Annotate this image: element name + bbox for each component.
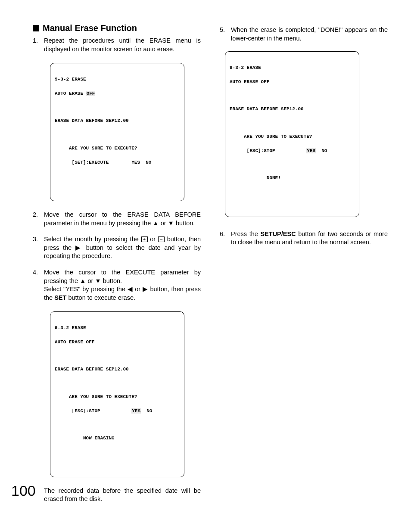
step-text: button. [174, 220, 195, 227]
left-triangle-icon: ◀ [128, 286, 133, 292]
step-number: 4. [33, 268, 38, 277]
step-2: 2. Move the cursor to the ERASE DATA BEF… [33, 211, 201, 227]
right-triangle-icon: ▶ [143, 286, 148, 292]
screen-box-2: 9-3-2 ERASE AUTO ERASE OFF ERASE DATA BE… [50, 311, 184, 477]
screen-line: ERASE DATA BEFORE SEP12.00 [55, 366, 180, 373]
screen-line: NOW ERASING [55, 435, 180, 442]
step-6: 6. Press the SETUP/ESC button for two se… [220, 230, 388, 247]
screen-line: 9-3-2 ERASE [55, 76, 180, 83]
screen-line: 9-3-2 ERASE [230, 64, 355, 72]
right-column: 5. When the erase is completed, "DONE!" … [220, 23, 388, 511]
step-number: 1. [33, 37, 38, 45]
screen-line: ARE YOU SURE TO EXECUTE? [55, 145, 180, 152]
plus-box-icon: + [141, 236, 148, 242]
screen-box-1: 9-3-2 ERASE AUTO ERASE OFF ERASE DATA BE… [50, 63, 184, 201]
screen-line: DONE! [230, 174, 355, 182]
screen-box-3: 9-3-2 ERASE AUTO ERASE OFF ERASE DATA BE… [225, 51, 359, 217]
page-number: 100 [11, 482, 36, 499]
step-text: button to execute erase. [66, 294, 135, 301]
step-text: When the erase is completed, "DONE!" app… [231, 26, 388, 42]
step-4: 4. Move the cursor to the EXECUTE parame… [33, 268, 201, 302]
right-triangle-icon: ▶ [75, 244, 83, 251]
screen-line: AUTO ERASE OFF [55, 90, 180, 97]
up-triangle-icon: ▲ [80, 277, 86, 284]
left-column: Manual Erase Function 1. Repeat the proc… [33, 23, 201, 511]
step-text: or [133, 286, 143, 292]
screen-line: ERASE DATA BEFORE SEP12.00 [230, 106, 355, 113]
minus-box-icon: − [158, 236, 165, 242]
down-triangle-icon: ▼ [95, 277, 101, 284]
up-triangle-icon: ▲ [153, 220, 159, 227]
screen-line: AUTO ERASE OFF [230, 78, 355, 86]
screen-line: [ESC]:STOP YES NO [55, 408, 180, 415]
section-title-text: Manual Erase Function [43, 23, 137, 33]
screen-line: [SET]:EXECUTE YES NO [55, 159, 180, 166]
highlight: OFF [86, 91, 96, 96]
step-text: Select the month by pressing the [44, 236, 141, 243]
step-text: Move the cursor to the EXECUTE parameter… [44, 269, 201, 284]
step-text: or [148, 236, 158, 243]
screen-line: AUTO ERASE OFF [55, 339, 180, 346]
step-text: or [86, 277, 95, 284]
screen-line: ERASE DATA BEFORE SEP12.00 [55, 117, 180, 124]
setup-esc-label: SETUP/ESC [260, 230, 296, 237]
set-label: SET [54, 294, 66, 301]
step-number: 2. [33, 211, 38, 219]
screen-line: ARE YOU SURE TO EXECUTE? [230, 133, 355, 140]
step-3: 3. Select the month by pressing the + or… [33, 235, 201, 261]
screen-line: 9-3-2 ERASE [55, 324, 180, 332]
step-text: Select "YES" by pressing the [44, 286, 128, 292]
step-1: 1. Repeat the procedures until the ERASE… [33, 37, 201, 53]
step-number: 6. [220, 230, 225, 239]
screen-line: [ESC]:STOP YES NO [230, 147, 355, 155]
step-number: 3. [33, 235, 38, 244]
square-bullet-icon [33, 25, 39, 31]
down-triangle-icon: ▼ [168, 220, 174, 227]
step-text: or [159, 220, 168, 227]
step-text: Press the [231, 230, 260, 237]
step-5: 5. When the erase is completed, "DONE!" … [220, 26, 388, 43]
screen-line: ARE YOU SURE TO EXECUTE? [55, 393, 180, 401]
step-text: Repeat the procedures until the ERASE me… [44, 37, 201, 53]
step-number: 5. [220, 26, 225, 34]
highlight: YES [306, 148, 316, 153]
highlight: YES [131, 408, 141, 414]
section-title: Manual Erase Function [33, 23, 201, 33]
step-4-note: The recorded data before the specified d… [33, 487, 201, 504]
step-text: The recorded data before the specified d… [44, 487, 201, 503]
step-text: button. [101, 277, 122, 284]
